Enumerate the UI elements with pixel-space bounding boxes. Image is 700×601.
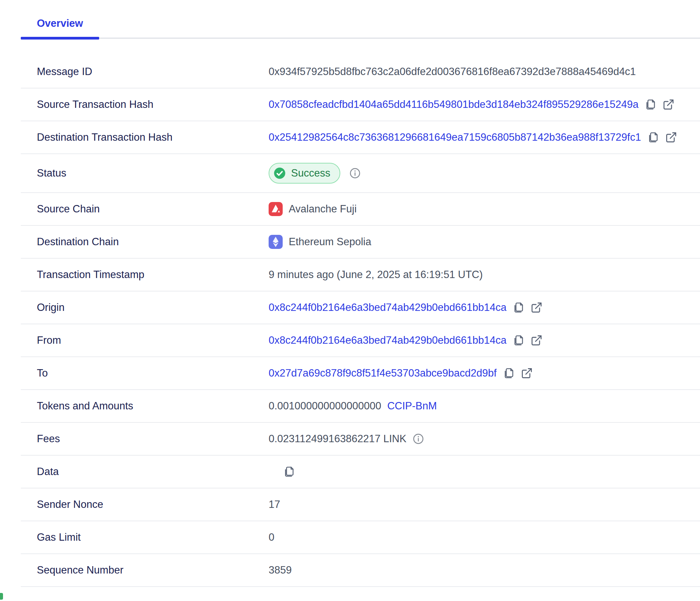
row-tokens-amounts: Tokens and Amounts 0.001000000000000000 …: [21, 390, 700, 423]
source-tx-hash-label: Source Transaction Hash: [37, 99, 269, 110]
ethereum-logo-icon: [269, 235, 283, 249]
fees-info-button[interactable]: [412, 433, 424, 445]
avalanche-logo-icon: [269, 202, 283, 216]
overview-panel: Overview Message ID 0x934f57925b5d8fbc76…: [21, 9, 700, 587]
row-from: From 0x8c244f0b2164e6a3bed74ab429b0ebd66…: [21, 324, 700, 357]
message-id-value: 0x934f57925b5d8fbc763c2a06dfe2d003676816…: [269, 66, 636, 78]
row-status: Status Success: [21, 154, 700, 193]
external-link-icon: [665, 131, 677, 143]
dest-tx-external-link-button[interactable]: [665, 131, 677, 143]
source-chain-label: Source Chain: [37, 203, 269, 215]
ethereum-glyph: [269, 235, 283, 249]
row-timestamp: Transaction Timestamp 9 minutes ago (Jun…: [21, 259, 700, 292]
info-icon: [349, 167, 361, 179]
dest-tx-hash-link[interactable]: 0x25412982564c8c7363681296681649ea7159c6…: [269, 131, 641, 143]
from-external-link-button[interactable]: [530, 334, 543, 346]
source-tx-external-link-button[interactable]: [662, 99, 675, 110]
avalanche-glyph: [269, 202, 283, 216]
external-link-icon: [530, 334, 543, 346]
to-copy-button[interactable]: [503, 367, 515, 379]
info-icon: [412, 433, 424, 445]
from-address-link[interactable]: 0x8c244f0b2164e6a3bed74ab429b0ebd661bb14…: [269, 334, 506, 346]
sequence-number-label: Sequence Number: [37, 564, 269, 576]
row-message-id: Message ID 0x934f57925b5d8fbc763c2a06dfe…: [21, 56, 700, 89]
external-link-icon: [662, 99, 675, 110]
copy-icon: [503, 367, 515, 379]
row-origin: Origin 0x8c244f0b2164e6a3bed74ab429b0ebd…: [21, 292, 700, 324]
external-link-icon: [521, 367, 533, 379]
to-external-link-button[interactable]: [521, 367, 533, 379]
row-sequence-number: Sequence Number 3859: [21, 554, 700, 587]
from-label: From: [37, 334, 269, 346]
token-name-link[interactable]: CCIP-BnM: [387, 400, 437, 412]
row-fees: Fees 0.023112499163862217 LINK: [21, 423, 700, 456]
data-copy-button[interactable]: [283, 466, 295, 478]
row-to: To 0x27d7a69c878f9c8f51f4e53703abce9bacd…: [21, 357, 700, 390]
copy-icon: [647, 131, 659, 143]
dest-chain-label: Destination Chain: [37, 236, 269, 248]
row-source-tx-hash: Source Transaction Hash 0x70858cfeadcfbd…: [21, 89, 700, 121]
row-gas-limit: Gas Limit 0: [21, 521, 700, 554]
dest-tx-copy-button[interactable]: [647, 131, 659, 143]
gas-limit-label: Gas Limit: [37, 531, 269, 543]
status-info-button[interactable]: [349, 167, 361, 179]
check-circle-icon: [273, 167, 286, 180]
sequence-number-value: 3859: [269, 564, 292, 576]
from-copy-button[interactable]: [512, 334, 525, 346]
row-dest-chain: Destination Chain Ethereum Sepolia: [21, 226, 700, 259]
fees-label: Fees: [37, 433, 269, 445]
source-chain-name: Avalanche Fuji: [289, 203, 357, 215]
status-badge: Success: [269, 163, 340, 183]
data-label: Data: [37, 466, 269, 478]
tab-overview[interactable]: Overview: [21, 9, 99, 37]
copy-icon: [512, 301, 525, 314]
copy-icon: [644, 99, 656, 110]
bottom-left-green-artifact: [0, 593, 3, 600]
status-label: Status: [37, 167, 269, 179]
tokens-amounts-label: Tokens and Amounts: [37, 400, 269, 412]
fees-value: 0.023112499163862217 LINK: [269, 433, 406, 445]
copy-icon: [512, 334, 525, 346]
row-dest-tx-hash: Destination Transaction Hash 0x254129825…: [21, 121, 700, 154]
origin-address-link[interactable]: 0x8c244f0b2164e6a3bed74ab429b0ebd661bb14…: [269, 301, 506, 314]
external-link-icon: [530, 301, 543, 314]
tab-overview-label: Overview: [37, 18, 83, 29]
origin-external-link-button[interactable]: [530, 301, 543, 314]
sender-nonce-label: Sender Nonce: [37, 499, 269, 510]
dest-tx-hash-label: Destination Transaction Hash: [37, 131, 269, 143]
row-sender-nonce: Sender Nonce 17: [21, 489, 700, 521]
status-badge-text: Success: [291, 167, 330, 179]
to-label: To: [37, 367, 269, 379]
row-data: Data: [21, 456, 700, 489]
origin-label: Origin: [37, 301, 269, 314]
tab-bar: Overview: [21, 9, 700, 39]
token-amount-value: 0.001000000000000000: [269, 400, 381, 412]
transaction-details-table: Message ID 0x934f57925b5d8fbc763c2a06dfe…: [21, 56, 700, 587]
copy-icon: [283, 466, 295, 478]
source-tx-hash-link[interactable]: 0x70858cfeadcfbd1404a65dd4116b549801bde3…: [269, 99, 639, 110]
timestamp-value: 9 minutes ago (June 2, 2025 at 16:19:51 …: [269, 269, 483, 281]
timestamp-label: Transaction Timestamp: [37, 269, 269, 281]
to-address-link[interactable]: 0x27d7a69c878f9c8f51f4e53703abce9bacd2d9…: [269, 367, 497, 379]
origin-copy-button[interactable]: [512, 301, 525, 314]
message-id-label: Message ID: [37, 66, 269, 78]
dest-chain-name: Ethereum Sepolia: [289, 236, 371, 248]
source-tx-copy-button[interactable]: [644, 99, 656, 110]
gas-limit-value: 0: [269, 531, 274, 543]
row-source-chain: Source Chain Avalanche Fuji: [21, 193, 700, 226]
sender-nonce-value: 17: [269, 499, 280, 510]
